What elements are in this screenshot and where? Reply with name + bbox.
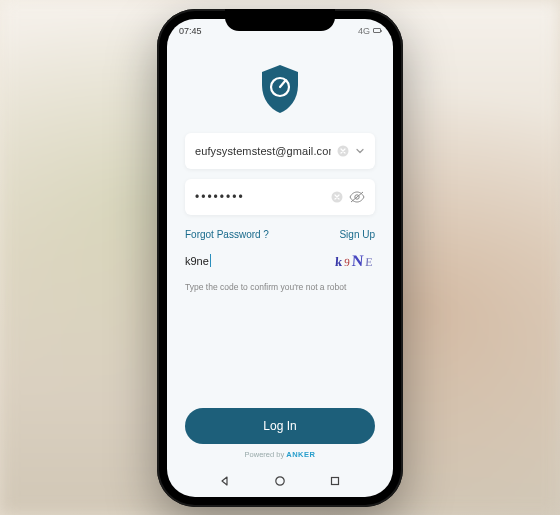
links-row: Forgot Password ? Sign Up <box>185 229 375 240</box>
nav-back-icon[interactable] <box>219 473 231 491</box>
login-button[interactable]: Log In <box>185 408 375 444</box>
powered-brand: ANKER <box>286 450 315 459</box>
app-logo <box>258 63 302 115</box>
captcha-input-value: k9ne <box>185 255 209 267</box>
captcha-image[interactable]: k9NE <box>335 252 376 270</box>
status-right: 4G <box>358 26 381 36</box>
toggle-password-icon[interactable] <box>349 191 365 203</box>
android-nav-bar <box>167 467 393 497</box>
phone-notch <box>225 9 335 31</box>
svg-point-6 <box>276 476 284 484</box>
clear-email-icon[interactable] <box>337 145 349 157</box>
signal-label: 4G <box>358 26 370 36</box>
email-dropdown-icon[interactable] <box>355 146 365 156</box>
login-content: eufysystemstest@gmail.com •••••••• For <box>167 41 393 467</box>
nav-recent-icon[interactable] <box>329 473 341 491</box>
email-input[interactable]: eufysystemstest@gmail.com <box>195 145 331 157</box>
battery-icon <box>373 28 381 33</box>
text-cursor <box>210 254 211 267</box>
captcha-hint: Type the code to confirm you're not a ro… <box>185 282 375 292</box>
email-field[interactable]: eufysystemstest@gmail.com <box>185 133 375 169</box>
captcha-row: k9ne k9NE <box>185 252 375 270</box>
powered-prefix: Powered by <box>245 450 287 459</box>
captcha-input[interactable]: k9ne <box>185 254 211 267</box>
password-input[interactable]: •••••••• <box>195 190 325 204</box>
screen: 07:45 4G eufysystemstest@gmail.com <box>167 19 393 497</box>
powered-by: Powered by ANKER <box>245 450 316 459</box>
forgot-password-link[interactable]: Forgot Password ? <box>185 229 269 240</box>
signup-link[interactable]: Sign Up <box>339 229 375 240</box>
password-field[interactable]: •••••••• <box>185 179 375 215</box>
status-time: 07:45 <box>179 26 202 36</box>
phone-frame: 07:45 4G eufysystemstest@gmail.com <box>157 9 403 507</box>
nav-home-icon[interactable] <box>274 473 286 491</box>
svg-rect-7 <box>332 477 339 484</box>
svg-point-1 <box>284 79 287 82</box>
clear-password-icon[interactable] <box>331 191 343 203</box>
